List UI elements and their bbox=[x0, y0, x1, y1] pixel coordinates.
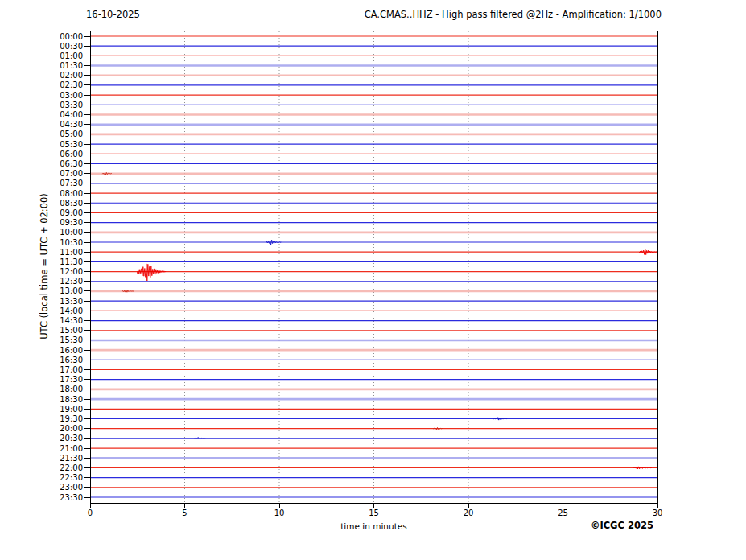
y-tick-label: 14:30 bbox=[0, 315, 83, 326]
y-tick-label: 12:00 bbox=[0, 266, 83, 277]
y-tick-label: 18:00 bbox=[0, 384, 83, 394]
y-tick-label: 14:00 bbox=[0, 306, 83, 316]
y-tick-label: 13:30 bbox=[0, 296, 83, 307]
y-tick-label: 02:00 bbox=[0, 70, 83, 80]
y-tick-label: 07:00 bbox=[0, 168, 83, 179]
seismic-event-10:30 bbox=[266, 240, 282, 245]
y-tick-label: 07:30 bbox=[0, 178, 83, 188]
y-tick-label: 18:30 bbox=[0, 394, 83, 405]
y-tick-label: 03:00 bbox=[0, 90, 83, 101]
y-tick-label: 20:30 bbox=[0, 433, 83, 443]
x-tick-label: 25 bbox=[551, 509, 575, 517]
copyright-text: ©ICGC 2025 bbox=[591, 520, 653, 531]
y-tick-label: 01:00 bbox=[0, 51, 83, 61]
y-tick-label: 17:00 bbox=[0, 364, 83, 375]
y-tick-label: 08:30 bbox=[0, 198, 83, 208]
seismic-event-22:00 bbox=[633, 467, 652, 469]
helicorder-page: 16-10-2025 CA.CMAS..HHZ - High pass filt… bbox=[0, 0, 746, 560]
y-tick-label: 16:00 bbox=[0, 345, 83, 356]
y-tick-label: 21:00 bbox=[0, 443, 83, 454]
y-tick-label: 01:30 bbox=[0, 60, 83, 71]
y-tick-label: 11:30 bbox=[0, 257, 83, 267]
y-tick-label: 04:00 bbox=[0, 109, 83, 120]
x-tick-label: 10 bbox=[267, 509, 291, 517]
y-tick-label: 20:00 bbox=[0, 423, 83, 434]
seismic-event-20:00 bbox=[434, 427, 443, 430]
y-tick-label: 23:00 bbox=[0, 482, 83, 492]
y-tick-label: 10:00 bbox=[0, 227, 83, 237]
y-tick-label: 15:00 bbox=[0, 325, 83, 336]
y-tick-label: 09:00 bbox=[0, 208, 83, 218]
y-tick-label: 04:30 bbox=[0, 119, 83, 130]
seismic-event-19:30 bbox=[494, 418, 508, 420]
y-tick-label: 05:00 bbox=[0, 129, 83, 139]
seismic-event-12:00 bbox=[138, 264, 166, 281]
y-tick-label: 17:30 bbox=[0, 374, 83, 385]
y-tick-label: 15:30 bbox=[0, 335, 83, 345]
y-tick-label: 12:30 bbox=[0, 276, 83, 286]
y-tick-label: 19:00 bbox=[0, 404, 83, 414]
x-axis-title: time in minutes bbox=[90, 521, 657, 531]
y-tick-label: 11:00 bbox=[0, 247, 83, 257]
y-tick-label: 22:30 bbox=[0, 472, 83, 483]
y-tick-label: 16:30 bbox=[0, 355, 83, 365]
y-tick-label: 08:00 bbox=[0, 188, 83, 199]
y-tick-label: 00:00 bbox=[0, 31, 83, 42]
y-tick-label: 03:30 bbox=[0, 100, 83, 110]
x-tick-label: 20 bbox=[456, 509, 480, 517]
seismic-event-20:30 bbox=[194, 437, 205, 439]
y-tick-label: 09:30 bbox=[0, 217, 83, 228]
y-tick-label: 21:30 bbox=[0, 453, 83, 463]
x-tick-label: 0 bbox=[78, 509, 102, 517]
y-tick-label: 05:30 bbox=[0, 139, 83, 150]
y-tick-label: 06:30 bbox=[0, 159, 83, 169]
y-tick-label: 19:30 bbox=[0, 414, 83, 424]
x-tick-label: 30 bbox=[645, 509, 670, 517]
y-tick-label: 23:30 bbox=[0, 492, 83, 503]
y-tick-label: 06:00 bbox=[0, 149, 83, 159]
y-tick-label: 22:00 bbox=[0, 463, 83, 473]
x-tick-label: 5 bbox=[173, 509, 197, 517]
y-tick-label: 13:00 bbox=[0, 286, 83, 296]
y-tick-labels: 00:0000:3001:0001:3002:0002:3003:0003:30… bbox=[0, 0, 83, 560]
y-tick-label: 10:30 bbox=[0, 237, 83, 248]
y-tick-label: 02:30 bbox=[0, 80, 83, 90]
helicorder-plot bbox=[0, 0, 746, 560]
y-tick-label: 00:30 bbox=[0, 41, 83, 51]
x-tick-label: 15 bbox=[362, 509, 386, 517]
